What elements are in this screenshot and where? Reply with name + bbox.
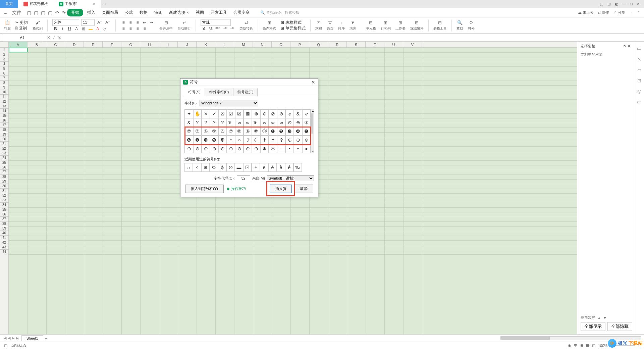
recent-symbol-cell[interactable]: ☑ xyxy=(243,163,252,172)
symbol-cell[interactable]: ⊘ xyxy=(260,109,269,118)
symbol-cell[interactable]: & xyxy=(294,109,302,118)
row-header[interactable]: 35 xyxy=(0,207,8,212)
symbol-cell[interactable]: ✻ xyxy=(269,144,277,153)
symbol-scrollbar[interactable]: ▲ ▼ xyxy=(311,109,314,153)
symbol-cell[interactable]: ∞ xyxy=(260,118,269,127)
row-header[interactable]: 25 xyxy=(0,160,8,165)
fill-group[interactable]: ▼填充 xyxy=(350,20,356,31)
symbol-cell[interactable]: ⑥ xyxy=(218,127,227,136)
symbol-cell[interactable]: ⊙ xyxy=(252,144,260,153)
symbol-cell[interactable]: ⊙ xyxy=(285,136,294,144)
symbol-cell[interactable]: ☒ xyxy=(218,109,227,118)
row-header[interactable]: 4 xyxy=(0,62,8,66)
symbol-group[interactable]: Ω符号 xyxy=(468,20,475,31)
symbol-cell[interactable]: & xyxy=(185,118,193,127)
symbol-cell[interactable]: ☑ xyxy=(227,109,235,118)
cond-format-group[interactable]: ⊞条件格式 xyxy=(263,20,276,31)
special-chars-tab[interactable]: 特殊字符(P) xyxy=(205,88,233,96)
file-menu[interactable]: 文件 xyxy=(9,9,24,17)
menu-data[interactable]: 数据 xyxy=(137,9,150,16)
collab-button[interactable]: ⇄ 协作 xyxy=(598,10,609,15)
add-to-symbol-bar-button[interactable]: 插入到符号栏(Y) xyxy=(185,185,224,193)
cell-group[interactable]: ⊞单元格 xyxy=(366,20,376,31)
recent-symbol-cell[interactable]: ê xyxy=(285,163,293,172)
row-header[interactable]: 9 xyxy=(0,85,8,90)
orient-icon[interactable]: ≡ xyxy=(142,26,148,32)
symbol-cell[interactable]: ● xyxy=(302,144,311,153)
column-header[interactable]: M xyxy=(234,42,253,47)
symbol-cell[interactable]: ⊕ xyxy=(294,118,302,127)
symbol-cell[interactable]: ① xyxy=(302,118,311,127)
pin-icon[interactable]: ⇱ xyxy=(624,44,627,48)
recent-symbol-cell[interactable]: ≤ xyxy=(193,163,201,172)
row-header[interactable]: 41 xyxy=(0,236,8,240)
view-icon1[interactable]: ◉ xyxy=(568,343,571,348)
align-right-icon[interactable]: ≡ xyxy=(135,26,141,32)
sum-group[interactable]: Σ求和 xyxy=(315,20,322,31)
row-header[interactable]: 2 xyxy=(0,52,8,57)
row-header[interactable]: 39 xyxy=(0,226,8,231)
row-header[interactable]: 14 xyxy=(0,109,8,113)
symbol-cell[interactable]: ❽ xyxy=(202,136,210,144)
fx-icon[interactable]: fx xyxy=(58,35,61,40)
paste-icon[interactable]: 📋 xyxy=(5,20,10,26)
row-header[interactable]: 27 xyxy=(0,170,8,174)
column-header[interactable]: N xyxy=(253,42,272,47)
row-header[interactable]: 18 xyxy=(0,128,8,132)
symbol-cell[interactable]: ❺ xyxy=(302,127,311,136)
dec-decimal-icon[interactable]: ⁻⁰ xyxy=(229,26,235,32)
sheet-last-icon[interactable]: ▶| xyxy=(16,336,19,340)
row-header[interactable]: 13 xyxy=(0,104,8,109)
sheet-first-icon[interactable]: |◀ xyxy=(3,336,6,340)
indent-dec-icon[interactable]: ⇤ xyxy=(142,19,148,26)
row-header[interactable]: 16 xyxy=(0,118,8,123)
recent-symbol-cell[interactable]: ∅ xyxy=(226,163,235,172)
wrap-group[interactable]: ↵自动换行 xyxy=(177,20,191,31)
underline-icon[interactable]: U xyxy=(66,26,72,32)
row-header[interactable]: 29 xyxy=(0,179,8,184)
symbol-cell[interactable]: ⊙ xyxy=(185,144,193,153)
symbol-cell[interactable]: ❻ xyxy=(185,136,193,144)
share-button[interactable]: ↗ 分享 xyxy=(613,10,625,15)
symbol-cell[interactable]: ? xyxy=(193,118,202,127)
insert-button[interactable]: 插入(I) xyxy=(270,185,292,193)
freeze-group[interactable]: ⊞冻结窗格 xyxy=(410,20,424,31)
minimize-icon[interactable]: — xyxy=(622,2,626,6)
inc-decimal-icon[interactable]: ⁺⁰ xyxy=(222,26,228,32)
copy-button[interactable]: ⎘ 复制 xyxy=(15,26,27,31)
border-icon[interactable]: ⊞ xyxy=(80,26,87,32)
recent-symbol-cell[interactable]: ϕ xyxy=(218,163,226,172)
row-header[interactable]: 26 xyxy=(0,165,8,170)
row-header[interactable]: 44 xyxy=(0,250,8,254)
symbol-cell[interactable]: ☾ xyxy=(252,136,260,144)
symbol-cell[interactable]: ☽ xyxy=(244,136,252,144)
redo-icon[interactable]: ↷ xyxy=(62,10,66,15)
align-center-icon[interactable]: ≡ xyxy=(127,26,133,32)
symbol-cell[interactable]: • xyxy=(294,144,302,153)
row-header[interactable]: 28 xyxy=(0,174,8,179)
side-select-icon[interactable]: ▭ xyxy=(637,46,641,51)
add-tab-button[interactable]: + xyxy=(101,2,110,6)
format-painter-group[interactable]: 🖌 格式刷 xyxy=(33,20,43,31)
cancel-button[interactable]: 取消 xyxy=(294,185,313,193)
side-location-icon[interactable]: ◎ xyxy=(637,89,641,94)
view-icon2[interactable]: 中 xyxy=(574,343,578,348)
row-header[interactable]: 3 xyxy=(0,57,8,62)
row-header[interactable]: 43 xyxy=(0,245,8,250)
symbol-bar-tab[interactable]: 符号栏(T) xyxy=(233,88,258,96)
row-header[interactable]: 7 xyxy=(0,76,8,81)
menu-view[interactable]: 视图 xyxy=(193,9,207,16)
view-break-icon[interactable]: ▢ xyxy=(592,343,595,348)
column-header[interactable]: I xyxy=(159,42,178,47)
symbol-cell[interactable]: ⑧ xyxy=(235,127,244,136)
recent-symbol-cell[interactable]: ë xyxy=(260,163,268,172)
symbol-cell[interactable]: • xyxy=(285,144,294,153)
symbol-cell[interactable]: ❹ xyxy=(294,127,302,136)
symbol-cell[interactable]: ⊙ xyxy=(235,144,244,153)
symbol-cell[interactable]: ❸ xyxy=(285,127,294,136)
column-header[interactable]: H xyxy=(140,42,159,47)
sheet-prev-icon[interactable]: ◀ xyxy=(8,336,10,340)
panel-close-icon[interactable]: ✕ xyxy=(628,44,631,48)
symbol-cell[interactable]: ⊙ xyxy=(218,144,227,153)
column-header[interactable]: O xyxy=(272,42,290,47)
